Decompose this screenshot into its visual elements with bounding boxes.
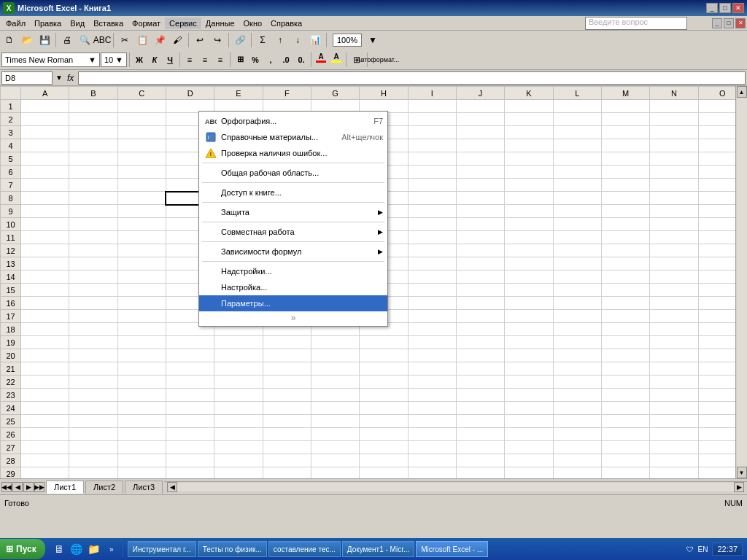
cell-B8[interactable] [69, 192, 117, 205]
taskbar-item-1[interactable]: Инструментал г... [128, 541, 196, 557]
cell-I13[interactable] [408, 257, 456, 271]
cell-C2[interactable] [117, 113, 166, 126]
align-center-btn[interactable]: ≡ [198, 52, 212, 67]
window-close-btn[interactable]: ✕ [735, 18, 746, 28]
cell-A11[interactable] [21, 231, 69, 244]
zoom-dropdown-btn[interactable]: ▼ [365, 32, 381, 48]
cell-M27[interactable] [601, 441, 649, 454]
menu-item-protection[interactable]: Защита ▶ [199, 204, 387, 220]
cell-M3[interactable] [601, 126, 649, 139]
cell-M21[interactable] [601, 362, 649, 376]
cell-M23[interactable] [601, 389, 649, 402]
cell-J16[interactable] [456, 297, 504, 310]
lang-indicator[interactable]: EN [698, 545, 708, 553]
cell-L28[interactable] [553, 454, 601, 467]
cell-N28[interactable] [650, 454, 698, 467]
cell-J7[interactable] [456, 179, 504, 192]
menu-insert[interactable]: Вставка [89, 18, 128, 29]
cell-M18[interactable] [601, 323, 649, 336]
cell-K1[interactable] [505, 100, 553, 113]
cell-M8[interactable] [601, 192, 649, 205]
cell-C27[interactable] [117, 441, 166, 454]
cell-B16[interactable] [69, 297, 117, 310]
cell-M20[interactable] [601, 349, 649, 362]
scroll-up-btn[interactable]: ▲ [737, 86, 747, 98]
cell-K15[interactable] [505, 284, 553, 297]
cell-M12[interactable] [601, 244, 649, 257]
quicklaunch-more-btn[interactable]: » [104, 541, 120, 557]
hyperlink-btn[interactable]: 🔗 [232, 32, 248, 48]
scroll-down-btn[interactable]: ▼ [737, 467, 747, 478]
cell-A23[interactable] [21, 389, 69, 402]
cell-L16[interactable] [553, 297, 601, 310]
cell-J10[interactable] [456, 218, 504, 231]
cell-L15[interactable] [553, 284, 601, 297]
cell-J27[interactable] [456, 441, 504, 454]
cell-K7[interactable] [505, 179, 553, 192]
cell-J15[interactable] [456, 284, 504, 297]
cell-C3[interactable] [117, 126, 166, 139]
vertical-scrollbar[interactable]: ▲ ▼ [735, 86, 747, 478]
cell-B13[interactable] [69, 257, 117, 271]
cell-N7[interactable] [650, 179, 698, 192]
cell-I22[interactable] [408, 376, 456, 389]
cell-I15[interactable] [408, 284, 456, 297]
cell-M10[interactable] [601, 218, 649, 231]
cell-B3[interactable] [69, 126, 117, 139]
cell-C14[interactable] [117, 271, 166, 284]
cell-K13[interactable] [505, 257, 553, 271]
cell-C17[interactable] [117, 310, 166, 323]
cell-M17[interactable] [601, 310, 649, 323]
cell-A29[interactable] [21, 467, 69, 479]
name-box-dropdown[interactable]: ▼ [55, 74, 63, 82]
cell-I3[interactable] [408, 126, 456, 139]
cell-A22[interactable] [21, 376, 69, 389]
col-header-A[interactable]: A [21, 87, 69, 100]
cell-J26[interactable] [456, 428, 504, 441]
cell-E20[interactable] [214, 349, 263, 362]
cell-J1[interactable] [456, 100, 504, 113]
cell-K20[interactable] [505, 349, 553, 362]
dec-decimal-btn[interactable]: 0. [294, 52, 309, 67]
cell-M15[interactable] [601, 284, 649, 297]
menu-edit[interactable]: Правка [30, 18, 66, 29]
cell-C15[interactable] [117, 284, 166, 297]
cell-H28[interactable] [360, 454, 408, 467]
cell-L17[interactable] [553, 310, 601, 323]
cell-K19[interactable] [505, 336, 553, 349]
show-desktop-btn[interactable]: 🖥 [51, 541, 67, 557]
save-btn[interactable]: 💾 [36, 32, 53, 48]
sheet-first-btn[interactable]: ◀◀ [1, 482, 12, 492]
taskbar-item-3[interactable]: составление тес... [268, 541, 341, 557]
format-painter-btn[interactable]: 🖌 [169, 32, 185, 48]
cell-K28[interactable] [505, 454, 553, 467]
sheet-prev-btn[interactable]: ◀ [12, 482, 23, 492]
cell-I2[interactable] [408, 113, 456, 126]
cell-A16[interactable] [21, 297, 69, 310]
cell-A21[interactable] [21, 362, 69, 376]
cell-B21[interactable] [69, 362, 117, 376]
cell-J12[interactable] [456, 244, 504, 257]
cell-J11[interactable] [456, 231, 504, 244]
cell-H23[interactable] [360, 389, 408, 402]
cell-B5[interactable] [69, 152, 117, 166]
cell-A19[interactable] [21, 336, 69, 349]
cell-D20[interactable] [166, 349, 214, 362]
browser-btn[interactable]: 🌐 [69, 541, 85, 557]
cell-E23[interactable] [214, 389, 263, 402]
cell-E21[interactable] [214, 362, 263, 376]
cell-I25[interactable] [408, 415, 456, 428]
cell-H25[interactable] [360, 415, 408, 428]
cell-I10[interactable] [408, 218, 456, 231]
cell-M13[interactable] [601, 257, 649, 271]
cell-F24[interactable] [263, 402, 311, 415]
cell-L19[interactable] [553, 336, 601, 349]
cell-A5[interactable] [21, 152, 69, 166]
cell-B6[interactable] [69, 166, 117, 179]
chart-btn[interactable]: 📊 [307, 32, 323, 48]
cell-A9[interactable] [21, 205, 69, 218]
cell-J17[interactable] [456, 310, 504, 323]
start-button[interactable]: ⊞ Пуск [0, 539, 45, 559]
window-minimize-btn[interactable]: _ [712, 18, 722, 28]
scroll-left-btn[interactable]: ◀ [167, 482, 177, 492]
